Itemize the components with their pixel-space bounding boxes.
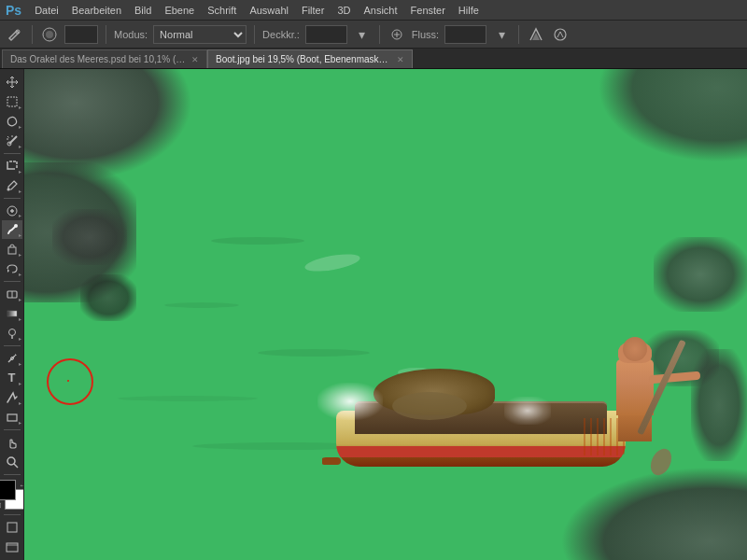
fluss-dropdown-icon[interactable]: ▾ [492, 25, 511, 44]
menu-ansicht[interactable]: Ansicht [358, 3, 402, 18]
separator1 [32, 25, 33, 44]
brush-size-input[interactable]: 291 [64, 25, 98, 44]
svg-point-4 [555, 29, 566, 40]
rocky-patch-1 [52, 209, 127, 265]
water-ripple-4 [118, 396, 258, 401]
water-ripple-1 [211, 237, 304, 245]
tool-standard-mode[interactable] [2, 518, 22, 537]
tool-hand[interactable] [2, 433, 22, 452]
svg-rect-23 [7, 414, 17, 421]
app-logo: Ps [6, 3, 21, 18]
svg-point-15 [14, 224, 18, 228]
water-ripple-2 [164, 302, 239, 308]
menu-auswahl[interactable]: Auswahl [244, 3, 294, 18]
menu-ebene[interactable]: Ebene [159, 3, 200, 18]
tool-shape[interactable]: ▸ [2, 408, 22, 427]
tool-dodge[interactable]: ▸ [2, 324, 22, 343]
separator2 [106, 25, 106, 44]
tool-brush[interactable]: ▸ [2, 220, 22, 239]
tool-path-select[interactable]: ▸ [2, 388, 22, 407]
boat-container [317, 280, 672, 485]
deckraft-dropdown-icon[interactable]: ▾ [353, 25, 372, 44]
main-area: ▸ ▸ ▸ ▸ ▸ [0, 69, 747, 560]
separator5 [518, 25, 519, 44]
separator-tools-2 [4, 198, 21, 199]
canvas-content [24, 69, 747, 560]
tool-pen[interactable]: ▸ [2, 349, 22, 368]
tool-lasso[interactable]: ▸ [2, 112, 22, 131]
svg-point-24 [7, 457, 15, 465]
menu-bild[interactable]: Bild [129, 3, 157, 18]
airbrush-icon[interactable] [388, 25, 406, 44]
svg-line-10 [7, 136, 9, 138]
options-bar: 291 Modus: Normal Multiplizieren Bildsch… [0, 21, 747, 49]
foreground-color-swatch[interactable] [0, 480, 16, 500]
boat-hull-outer [336, 392, 635, 467]
tool-screen-mode[interactable] [2, 538, 22, 556]
menu-hilfe[interactable]: Hilfe [453, 3, 485, 18]
canvas-area[interactable] [24, 69, 747, 560]
tablet-pressure-size-icon[interactable] [551, 25, 570, 44]
tool-magic-wand[interactable]: ▸ [2, 132, 22, 150]
menu-datei[interactable]: Datei [29, 3, 64, 18]
menu-bar: Ps Datei Bearbeiten Bild Ebene Schrift A… [0, 0, 747, 21]
svg-point-20 [8, 329, 15, 336]
rocky-area-topright [598, 69, 747, 162]
person-head [623, 337, 647, 361]
svg-point-11 [7, 188, 9, 190]
tool-crop[interactable]: ▸ [2, 157, 22, 175]
tool-text[interactable]: T ▸ [2, 369, 22, 387]
tool-marquee[interactable]: ▸ [2, 92, 22, 111]
separator-tools-4 [4, 345, 21, 346]
svg-rect-5 [7, 97, 17, 106]
modus-label: Modus: [114, 29, 148, 40]
tab-orakel[interactable]: Das Orakel des Meeres.psd bei 10,1% (Stü… [2, 49, 207, 68]
tool-history-brush[interactable]: ▸ [2, 259, 22, 278]
tool-healing[interactable]: ▸ [2, 202, 22, 220]
splash-left [317, 383, 383, 420]
separator-tools-6 [4, 474, 21, 475]
tool-eyedropper[interactable]: ▸ [2, 176, 22, 195]
tablet-pressure-opacity-icon[interactable] [527, 25, 545, 44]
svg-rect-19 [7, 311, 17, 316]
boat-contents-2 [392, 392, 467, 420]
fluss-label: Fluss: [412, 29, 439, 40]
menu-3d[interactable]: 3D [331, 3, 356, 18]
menu-filter[interactable]: Filter [296, 3, 330, 18]
tab-orakel-close[interactable]: ✕ [191, 55, 199, 64]
svg-rect-27 [7, 543, 18, 552]
separator3 [254, 25, 255, 44]
menu-schrift[interactable]: Schrift [202, 3, 242, 18]
svg-point-2 [46, 31, 53, 38]
deckraft-label: Deckkr.: [262, 29, 300, 40]
svg-rect-16 [8, 247, 16, 254]
modus-select[interactable]: Normal Multiplizieren Bildschirm [153, 25, 247, 44]
menu-fenster[interactable]: Fenster [405, 3, 451, 18]
separator-tools-7 [4, 514, 21, 515]
separator4 [379, 25, 380, 44]
tab-boot-label: Boot.jpg bei 19,5% (Boot, Ebenenmaske/8)… [216, 54, 393, 64]
tab-boot-close[interactable]: ✕ [397, 55, 404, 64]
brush-preview[interactable] [40, 25, 59, 44]
boat-prow [322, 457, 341, 465]
separator-tools-1 [4, 153, 21, 154]
tab-orakel-label: Das Orakel des Meeres.psd bei 10,1% (Stü… [10, 54, 188, 64]
swap-colors-icon[interactable]: ↔ [18, 480, 25, 491]
tab-boot[interactable]: Boot.jpg bei 19,5% (Boot, Ebenenmaske/8)… [207, 49, 413, 68]
splash-mid [504, 397, 551, 425]
tab-bar: Das Orakel des Meeres.psd bei 10,1% (Stü… [0, 49, 747, 69]
tool-move[interactable] [2, 73, 22, 91]
tool-gradient[interactable]: ▸ [2, 304, 22, 323]
svg-line-25 [14, 464, 18, 468]
tool-zoom[interactable] [2, 453, 22, 471]
color-swatches[interactable]: ↔ ⊡ [0, 480, 24, 511]
tool-stamp[interactable]: ▸ [2, 240, 22, 259]
menu-bearbeiten[interactable]: Bearbeiten [66, 3, 127, 18]
deckraft-input[interactable]: 100% [305, 25, 347, 44]
brush-options-icon [6, 25, 24, 44]
reset-colors-icon[interactable]: ⊡ [0, 501, 2, 510]
tool-eraser[interactable]: ▸ [2, 285, 22, 303]
separator-tools-3 [4, 281, 21, 282]
fluss-input[interactable]: 100% [444, 25, 486, 44]
svg-rect-26 [7, 523, 17, 532]
